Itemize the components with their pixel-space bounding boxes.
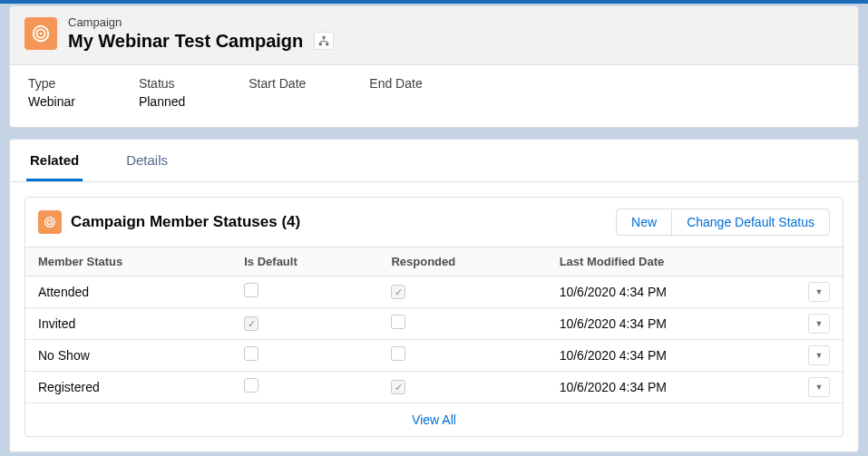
hierarchy-button[interactable]: [314, 32, 334, 50]
row-menu-button[interactable]: [808, 282, 830, 302]
svg-point-2: [40, 32, 43, 34]
field-value: Planned: [139, 94, 185, 109]
col-responded[interactable]: Responded: [378, 247, 546, 276]
cell-responded: [378, 307, 546, 339]
cell-actions: [795, 276, 843, 307]
tab-related[interactable]: Related: [26, 140, 83, 181]
view-all-link[interactable]: View All: [412, 412, 456, 427]
row-menu-button[interactable]: [808, 314, 830, 334]
cell-responded: [378, 371, 546, 403]
tab-details[interactable]: Details: [122, 140, 171, 181]
checkbox-is-default: [244, 316, 258, 331]
cell-status[interactable]: Attended: [25, 276, 231, 307]
record-header-top: Campaign My Webinar Test Campaign: [10, 6, 858, 64]
cell-is-default: [231, 307, 378, 339]
field-start-date: Start Date: [249, 76, 306, 109]
table-row: Registered10/6/2020 4:34 PM: [25, 371, 843, 403]
checkbox-responded: [391, 346, 405, 361]
cell-status[interactable]: No Show: [25, 339, 231, 371]
cell-is-default: [231, 339, 378, 371]
checkbox-responded: [391, 380, 405, 394]
cell-modified: 10/6/2020 4:34 PM: [547, 371, 795, 403]
cell-modified: 10/6/2020 4:34 PM: [547, 276, 795, 307]
svg-rect-3: [323, 35, 326, 38]
change-default-status-button[interactable]: Change Default Status: [671, 209, 830, 236]
cell-modified: 10/6/2020 4:34 PM: [547, 339, 795, 371]
field-label: End Date: [369, 76, 422, 91]
record-header: Campaign My Webinar Test Campaign Type W…: [9, 5, 859, 128]
member-status-table: Member Status Is Default Responded Last …: [25, 247, 843, 403]
checkbox-responded: [391, 285, 405, 299]
cell-modified: 10/6/2020 4:34 PM: [547, 307, 795, 339]
related-list-header: Campaign Member Statuses (4) New Change …: [25, 198, 843, 247]
object-label: Campaign: [68, 15, 334, 30]
table-row: Invited10/6/2020 4:34 PM: [25, 307, 843, 339]
page-title: My Webinar Test Campaign: [68, 30, 303, 52]
related-tab-body: Campaign Member Statuses (4) New Change …: [10, 182, 858, 451]
campaign-member-status-icon: [38, 210, 62, 234]
row-menu-button[interactable]: [808, 377, 830, 397]
checkbox-is-default: [244, 346, 258, 361]
cell-status[interactable]: Registered: [25, 371, 231, 403]
cell-is-default: [231, 276, 378, 307]
col-last-modified[interactable]: Last Modified Date: [547, 247, 795, 276]
field-label: Start Date: [249, 76, 306, 91]
field-status: Status Planned: [139, 76, 185, 109]
cell-responded: [378, 276, 546, 307]
campaign-icon: [24, 17, 57, 50]
svg-rect-5: [326, 43, 328, 45]
cell-actions: [795, 371, 843, 403]
cell-actions: [795, 339, 843, 371]
cell-responded: [378, 339, 546, 371]
field-value: Webinar: [28, 94, 75, 109]
related-list-title: Campaign Member Statuses (4): [71, 213, 616, 231]
record-header-text: Campaign My Webinar Test Campaign: [68, 15, 334, 52]
col-is-default[interactable]: Is Default: [231, 247, 378, 276]
cell-is-default: [231, 371, 378, 403]
checkbox-responded: [391, 315, 405, 329]
field-end-date: End Date: [369, 76, 422, 109]
table-row: Attended10/6/2020 4:34 PM: [25, 276, 843, 307]
related-list-card: Campaign Member Statuses (4) New Change …: [24, 197, 844, 437]
svg-rect-4: [319, 43, 322, 45]
col-actions: [795, 247, 843, 276]
record-highlights: Type Webinar Status Planned Start Date E…: [10, 64, 858, 127]
cell-actions: [795, 307, 843, 339]
view-all-footer: View All: [25, 403, 843, 436]
table-row: No Show10/6/2020 4:34 PM: [25, 339, 843, 371]
new-button[interactable]: New: [616, 209, 672, 236]
content-card: Related Details Campaign Member Statuses…: [9, 139, 859, 452]
field-label: Type: [28, 76, 75, 91]
checkbox-is-default: [244, 378, 258, 393]
field-label: Status: [139, 76, 185, 91]
svg-point-8: [49, 221, 50, 222]
cell-status[interactable]: Invited: [25, 307, 231, 339]
related-list-actions: New Change Default Status: [616, 209, 830, 236]
checkbox-is-default: [244, 283, 258, 297]
field-type: Type Webinar: [28, 76, 75, 109]
tab-bar: Related Details: [10, 140, 858, 182]
row-menu-button[interactable]: [808, 345, 830, 365]
col-member-status[interactable]: Member Status: [25, 247, 231, 276]
